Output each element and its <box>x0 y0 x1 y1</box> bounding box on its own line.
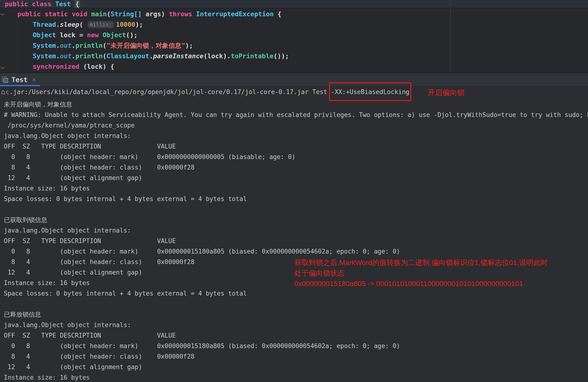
code-token: InterruptedException <box>196 10 274 18</box>
code-token: ( <box>107 10 111 18</box>
code-token: sleep <box>60 21 79 28</box>
close-icon[interactable]: × <box>32 76 36 84</box>
code-token: . <box>56 21 60 28</box>
command-path: .jar:/Users/kiki/data/local_repo/org/ope… <box>9 87 331 97</box>
code-line-2[interactable]: public static void main(String[] args) t… <box>0 9 588 19</box>
code-token: toPrintable <box>231 52 273 60</box>
annotation-line: 0x000000015180a805 -> 000101010001100000… <box>294 278 581 289</box>
code-line-3[interactable]: Thread.sleep( millis:10000); <box>0 19 588 30</box>
code-token: System <box>33 52 56 60</box>
code-token: Test <box>55 0 75 8</box>
code-token: (lock) { <box>79 63 114 70</box>
code-lines[interactable]: public static void main(String[] args) t… <box>0 9 588 72</box>
code-token: ); <box>135 21 143 28</box>
code-token: { <box>75 0 80 8</box>
code-token: throws <box>169 10 196 18</box>
editor-margin-guide <box>450 0 451 73</box>
code-editor[interactable]: public class Test { public static void m… <box>0 0 588 73</box>
code-token: . <box>56 52 60 60</box>
code-token: (); <box>126 31 138 39</box>
code-token: . <box>56 42 60 49</box>
code-token: . <box>149 52 153 60</box>
code-token: ( <box>204 52 207 60</box>
code-token: String[] <box>111 10 142 18</box>
console-panel: ⌂ς.jar:/Users/kiki/data/local_repo/org/o… <box>0 87 588 382</box>
code-token: ClassLayout <box>106 52 149 60</box>
home-icon[interactable]: ⌂ <box>1 87 5 97</box>
annotation-enable-biased-lock: 开启偏向锁 <box>427 87 464 98</box>
code-token: println <box>75 52 103 60</box>
console-output: 未开启偏向锁，对象信息 # WARNING: Unable to attach … <box>0 99 588 382</box>
code-token: println <box>75 42 103 49</box>
code-token: args) <box>142 10 169 18</box>
code-line-4[interactable]: Object lock = new Object(); <box>0 30 588 40</box>
code-token: lock <box>208 52 223 60</box>
code-line-6[interactable]: System.out.println(ClassLayout.parseInst… <box>0 51 588 61</box>
code-token: public class <box>5 0 55 8</box>
jvm-flag-biased-locking: -XX:+UseBiasedLocking <box>331 87 410 97</box>
code-token: out <box>60 42 72 49</box>
code-token: Object <box>103 31 126 39</box>
code-token: Thread <box>33 21 56 28</box>
tab-label: Test <box>11 76 27 84</box>
code-token: parseInstance <box>153 52 204 60</box>
code-token: { <box>274 10 282 18</box>
console-command-line: ⌂ς.jar:/Users/kiki/data/local_repo/org/o… <box>0 87 588 97</box>
code-token: main <box>91 10 107 18</box>
sticky-code-line-1[interactable]: public class Test { <box>0 0 588 8</box>
expand-command-icon[interactable]: ς <box>6 87 9 97</box>
code-token: ). <box>223 52 231 60</box>
code-token: ( <box>103 42 106 49</box>
code-token <box>99 31 103 39</box>
run-toolwindow-tabstrip: Test × <box>0 73 588 86</box>
code-token: Object <box>33 31 56 39</box>
code-token: synchronized <box>33 63 79 70</box>
code-token: "未开启偏向锁，对象信息" <box>106 42 185 49</box>
code-token: public static void <box>18 10 91 18</box>
code-token: . <box>72 52 75 60</box>
ide-window: { "colors": { "tab_underline": "#3574f0"… <box>0 0 588 382</box>
code-line-7[interactable]: synchronized (lock) { <box>0 61 588 72</box>
code-token: 10000 <box>116 21 135 28</box>
code-token: lock = <box>56 31 87 39</box>
code-token: ( <box>79 21 87 28</box>
code-token: out <box>60 52 72 60</box>
annotation-line: 处于偏向锁状态 <box>294 268 581 278</box>
code-token: ()); <box>273 52 289 60</box>
code-token: new <box>87 31 99 39</box>
code-line-5[interactable]: System.out.println("未开启偏向锁，对象信息"); <box>0 40 588 51</box>
annotation-line: 获取到锁之后,MarkWord的值转换为二进制,偏向锁标识位1,锁标志位01,说… <box>294 257 581 268</box>
console-icon <box>2 77 8 83</box>
annotation-markword-note: 获取到锁之后,MarkWord的值转换为二进制,偏向锁标识位1,锁标志位01,说… <box>294 257 581 289</box>
tab-test[interactable]: Test × <box>0 73 40 86</box>
code-token: ); <box>185 42 193 49</box>
code-token: System <box>33 42 56 49</box>
code-token: . <box>72 42 75 49</box>
code-token: ( <box>103 52 106 60</box>
parameter-hint: millis: <box>88 21 114 28</box>
